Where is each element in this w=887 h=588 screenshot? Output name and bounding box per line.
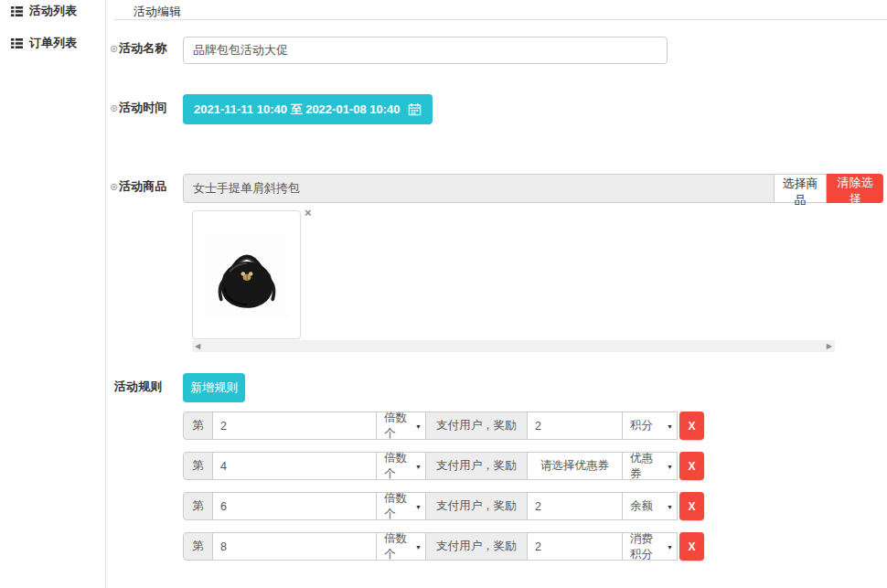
sidebar-divider	[105, 0, 106, 588]
calendar-icon	[408, 102, 422, 116]
caret-down-icon: ▼	[415, 422, 422, 429]
rule-unit-select[interactable]: 倍数个 ▼	[376, 452, 426, 480]
required-icon: ⊛	[110, 181, 118, 192]
rule-prefix-addon: 第	[183, 412, 213, 440]
select-value: 优惠券	[630, 451, 664, 482]
rule-unit-select[interactable]: 倍数个 ▼	[376, 412, 426, 440]
rule-prefix-addon: 第	[183, 452, 213, 480]
required-icon: ⊛	[110, 43, 118, 54]
rule-row: 第 倍数个 ▼ 支付用户，奖励 积分 ▼ X	[183, 412, 704, 440]
product-image	[204, 232, 290, 318]
caret-down-icon: ▼	[667, 422, 673, 429]
clear-selection-button[interactable]: 清除选择	[827, 174, 883, 203]
reward-text-addon: 支付用户，奖励	[425, 492, 528, 520]
reward-value-input[interactable]	[528, 493, 622, 519]
rule-row: 第 倍数个 ▼ 支付用户，奖励 余额 ▼ X	[183, 492, 704, 520]
sidebar-item-activity-list[interactable]: 活动列表	[11, 3, 77, 19]
select-value: 倍数个	[384, 451, 412, 482]
rule-count-input[interactable]	[213, 412, 376, 439]
rule-prefix-addon: 第	[183, 492, 213, 520]
required-icon: ⊛	[110, 102, 118, 113]
remove-product-icon[interactable]: ×	[305, 207, 312, 219]
choose-product-button[interactable]: 选择商品	[774, 174, 827, 203]
add-rule-button[interactable]: 新增规则	[183, 373, 245, 402]
reward-text-addon: 支付用户，奖励	[425, 412, 528, 440]
sidebar-item-label: 订单列表	[29, 35, 77, 51]
activity-edit-page: 活动列表 订单列表 活动编辑 ⊛活动名称 ⊛活动时间 2021-11-11 10…	[0, 0, 887, 588]
remove-rule-button[interactable]: X	[679, 492, 704, 520]
reward-value-input[interactable]	[528, 412, 622, 439]
rule-unit-select[interactable]: 倍数个 ▼	[376, 492, 426, 520]
caret-down-icon: ▼	[415, 463, 422, 469]
date-range-button[interactable]: 2021-11-11 10:40 至 2022-01-08 10:40	[183, 94, 433, 124]
tabbar-divider	[114, 19, 887, 20]
caret-down-icon: ▼	[667, 503, 673, 509]
product-name-input[interactable]	[183, 174, 775, 203]
thumbnails-scrollbar[interactable]: ◀ ▶	[192, 340, 835, 352]
list-icon	[11, 6, 23, 16]
reward-type-select[interactable]: 余额 ▼	[622, 492, 678, 520]
rule-row: 第 倍数个 ▼ 支付用户，奖励 请选择优惠券 优惠券 ▼ X	[183, 452, 704, 480]
select-value: 倍数个	[384, 531, 412, 562]
reward-text-addon: 支付用户，奖励	[425, 452, 528, 480]
rule-count-input[interactable]	[213, 453, 376, 479]
sidebar-item-order-list[interactable]: 订单列表	[11, 35, 77, 51]
rule-prefix-addon: 第	[183, 532, 213, 561]
date-range-text: 2021-11-11 10:40 至 2022-01-08 10:40	[194, 102, 401, 118]
rule-count-input[interactable]	[213, 533, 376, 560]
activity-name-input[interactable]	[183, 37, 668, 64]
scroll-right-icon[interactable]: ▶	[827, 343, 832, 350]
product-input-group: 选择商品 清除选择	[183, 174, 883, 203]
caret-down-icon: ▼	[667, 543, 673, 550]
remove-rule-button[interactable]: X	[679, 532, 704, 561]
reward-text-addon: 支付用户，奖励	[425, 532, 528, 561]
activity-product-label: ⊛活动商品	[110, 178, 166, 195]
activity-rules-label: 活动规则	[114, 379, 162, 395]
remove-rule-button[interactable]: X	[679, 412, 704, 440]
product-thumbnail-card	[192, 210, 301, 339]
remove-rule-button[interactable]: X	[679, 452, 704, 480]
reward-value-input[interactable]	[528, 533, 622, 560]
sidebar-item-label: 活动列表	[29, 3, 77, 19]
select-value: 倍数个	[384, 411, 412, 442]
activity-name-label: ⊛活动名称	[110, 40, 166, 57]
select-value: 余额	[630, 498, 653, 514]
rule-row: 第 倍数个 ▼ 支付用户，奖励 消费积分 ▼ X	[183, 532, 704, 561]
select-value: 积分	[630, 418, 653, 433]
list-icon	[11, 38, 23, 48]
tab-activity-edit[interactable]: 活动编辑	[134, 4, 181, 20]
reward-type-select[interactable]: 优惠券 ▼	[622, 452, 678, 480]
reward-type-select[interactable]: 消费积分 ▼	[622, 532, 678, 561]
caret-down-icon: ▼	[667, 463, 673, 469]
select-value: 倍数个	[384, 491, 412, 522]
rule-count-input[interactable]	[213, 493, 376, 519]
caret-down-icon: ▼	[415, 543, 422, 550]
select-value: 消费积分	[630, 531, 664, 562]
rule-unit-select[interactable]: 倍数个 ▼	[376, 532, 426, 561]
caret-down-icon: ▼	[415, 503, 422, 509]
activity-time-label: ⊛活动时间	[110, 100, 166, 116]
choose-coupon-button[interactable]: 请选择优惠券	[527, 452, 623, 480]
reward-type-select[interactable]: 积分 ▼	[622, 412, 678, 440]
scroll-left-icon[interactable]: ◀	[195, 343, 200, 350]
